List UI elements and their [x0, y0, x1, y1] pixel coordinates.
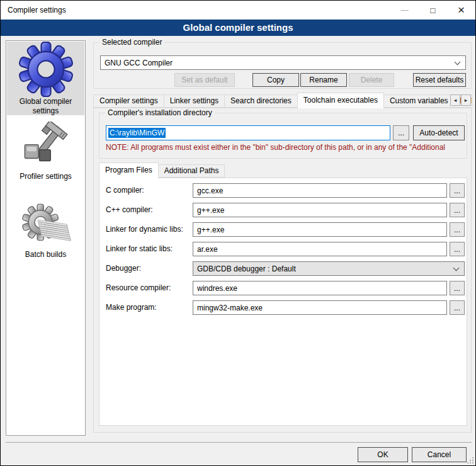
make-program-browse-button[interactable]: ...: [450, 300, 465, 315]
delete-button[interactable]: Delete: [349, 73, 394, 87]
chevron-down-icon: [453, 265, 460, 271]
installation-directory-group: Compiler's installation directory C:\ray…: [99, 113, 467, 159]
linker-dynamic-browse-button[interactable]: ...: [450, 222, 465, 237]
group-label: Compiler's installation directory: [105, 108, 215, 117]
field-label: Linker for static libs:: [106, 244, 173, 253]
ok-button[interactable]: OK: [358, 447, 408, 462]
install-dir-selected-text: C:\raylib\MinGW: [108, 128, 166, 138]
field-label: Debugger:: [106, 264, 141, 273]
maximize-icon[interactable]: □: [419, 1, 447, 20]
program-files-tab-strip: Program Files Additional Paths: [99, 162, 224, 178]
tab-scroll-controls: ◂ ▸: [450, 94, 471, 106]
program-files-page: C compiler: ... C++ compiler: ... Linker…: [99, 178, 467, 426]
reset-defaults-button[interactable]: Reset defaults: [413, 73, 466, 87]
make-program-input[interactable]: [193, 300, 447, 315]
sidebar-item-global-compiler-settings[interactable]: Global compiler settings: [7, 42, 84, 115]
chevron-down-icon: [455, 59, 461, 65]
set-as-default-button[interactable]: Set as default: [174, 73, 235, 87]
tab-scroll-right-icon[interactable]: ▸: [461, 94, 471, 106]
debugger-select[interactable]: GDB/CDB debugger : Default: [193, 261, 465, 276]
resource-compiler-input[interactable]: [193, 281, 447, 295]
debugger-row: Debugger: GDB/CDB debugger : Default: [99, 261, 467, 276]
settings-category-list: Global compiler settings Profile: [6, 40, 86, 436]
auto-detect-button[interactable]: Auto-detect: [413, 125, 465, 140]
field-label: C++ compiler:: [106, 205, 153, 214]
tab-compiler-settings[interactable]: Compiler settings: [93, 94, 164, 108]
tab-linker-settings[interactable]: Linker settings: [164, 94, 225, 108]
linker-static-input[interactable]: [193, 242, 447, 256]
field-label: Make program:: [106, 303, 157, 312]
selected-compiler-group: Selected compiler GNU GCC Compiler Set a…: [93, 42, 472, 89]
c-compiler-input[interactable]: [193, 183, 447, 198]
resource-compiler-browse-button[interactable]: ...: [450, 281, 465, 295]
field-label: C compiler:: [106, 186, 144, 195]
toolchain-executables-page: Compiler's installation directory C:\ray…: [93, 108, 472, 433]
blue-gear-icon: [18, 42, 74, 97]
page-title: Global compiler settings: [1, 20, 475, 36]
debugger-select-value: GDB/CDB debugger : Default: [197, 264, 296, 273]
install-dir-note: NOTE: All programs must exist either in …: [106, 143, 465, 152]
field-label: Linker for dynamic libs:: [106, 225, 183, 234]
gear-stack-icon: [20, 200, 72, 250]
group-label: Selected compiler: [99, 38, 164, 47]
copy-button[interactable]: Copy: [252, 73, 299, 87]
minimize-icon[interactable]: —: [390, 1, 419, 20]
tab-program-files[interactable]: Program Files: [99, 162, 159, 178]
tab-search-directories[interactable]: Search directories: [224, 94, 298, 108]
tab-additional-paths[interactable]: Additional Paths: [158, 164, 225, 178]
footer-divider: [6, 442, 472, 443]
compiler-select[interactable]: GNU GCC Compiler: [100, 55, 466, 70]
c-compiler-row: C compiler: ...: [99, 183, 467, 198]
c-compiler-browse-button[interactable]: ...: [450, 183, 465, 198]
sidebar-item-label: Batch builds: [23, 250, 69, 259]
sidebar-item-label: Global compiler settings: [7, 97, 84, 116]
field-label: Resource compiler:: [106, 283, 171, 292]
sidebar-item-label: Profiler settings: [17, 172, 74, 181]
rename-button[interactable]: Rename: [300, 73, 347, 87]
cancel-button[interactable]: Cancel: [412, 447, 467, 462]
compiler-select-value: GNU GCC Compiler: [105, 59, 173, 67]
tab-scroll-left-icon[interactable]: ◂: [450, 94, 460, 106]
cpp-compiler-input[interactable]: [193, 203, 447, 217]
compiler-settings-dialog: Compiler settings — □ × Global compiler …: [0, 0, 476, 466]
linker-dynamic-input[interactable]: [193, 222, 447, 237]
window-title: Compiler settings: [8, 6, 390, 14]
resize-grip[interactable]: [467, 457, 473, 463]
settings-tab-strip: Compiler settings Linker settings Search…: [93, 93, 472, 108]
tab-custom-variables[interactable]: Custom variables: [383, 94, 455, 108]
tab-toolchain-executables[interactable]: Toolchain executables: [297, 93, 384, 108]
caliper-icon: [21, 122, 71, 172]
linker-static-row: Linker for static libs: ...: [99, 242, 467, 257]
close-icon[interactable]: ×: [447, 1, 475, 20]
install-dir-browse-button[interactable]: ...: [393, 125, 409, 140]
cpp-compiler-row: C++ compiler: ...: [99, 203, 467, 218]
linker-static-browse-button[interactable]: ...: [450, 242, 465, 256]
linker-dynamic-row: Linker for dynamic libs: ...: [99, 222, 467, 237]
sidebar-item-profiler-settings[interactable]: Profiler settings: [7, 122, 84, 192]
sidebar-item-batch-builds[interactable]: Batch builds: [7, 200, 84, 270]
resource-compiler-row: Resource compiler: ...: [99, 281, 467, 296]
cpp-compiler-browse-button[interactable]: ...: [450, 203, 465, 217]
install-dir-input[interactable]: C:\raylib\MinGW: [106, 125, 390, 140]
make-program-row: Make program: ...: [99, 300, 467, 315]
title-bar[interactable]: Compiler settings — □ ×: [1, 1, 475, 20]
